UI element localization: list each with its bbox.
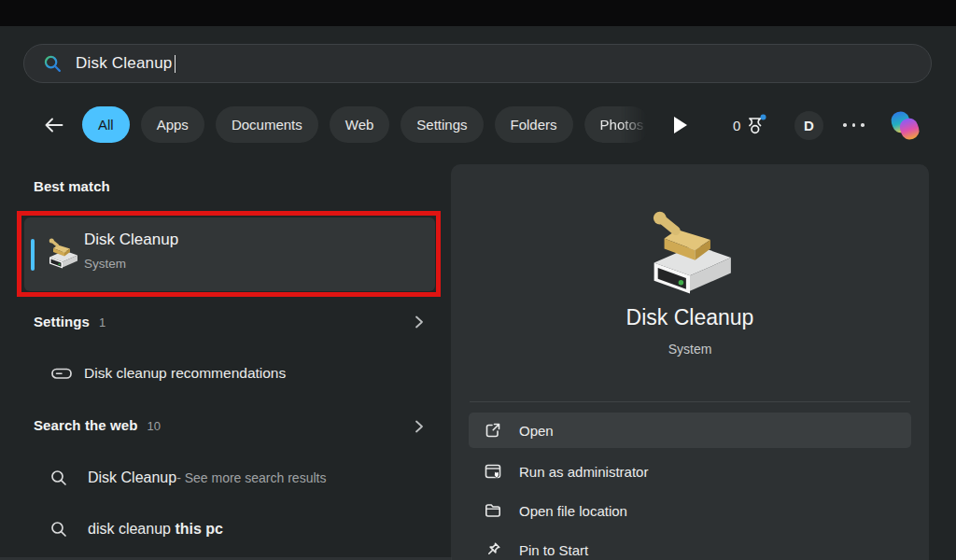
preview-subtitle: System (451, 342, 929, 357)
filter-pills: All Apps Documents Web Settings Folders … (82, 106, 650, 143)
storage-recommendations-icon (49, 361, 74, 385)
settings-result-recommendations[interactable]: Disk cleanup recommendations (49, 360, 286, 386)
filter-tab-folders[interactable]: Folders (495, 106, 573, 143)
pin-icon (484, 540, 502, 559)
divider (470, 401, 910, 402)
action-open[interactable]: Open (469, 413, 911, 448)
result-label: Disk cleanup recommendations (84, 365, 286, 382)
action-pin-to-start[interactable]: Pin to Start (469, 532, 911, 560)
admin-shield-icon (484, 462, 502, 481)
result-title: Disk Cleanup (84, 231, 178, 249)
web-section-header[interactable]: Search the web10 (34, 417, 161, 433)
best-match-header: Best match (34, 178, 110, 194)
open-external-icon (484, 421, 502, 440)
rewards-count: 0 (733, 118, 740, 133)
avatar-initial: D (804, 118, 814, 133)
action-label: Pin to Start (519, 542, 588, 558)
rewards-button[interactable]: 0 (733, 105, 767, 146)
play-icon (673, 116, 688, 134)
copilot-button[interactable] (888, 108, 922, 143)
web-result-see-more[interactable]: Disk Cleanup - See more search results (47, 465, 326, 491)
preview-title: Disk Cleanup (451, 305, 929, 330)
action-label: Run as administrator (519, 464, 648, 480)
filter-tab-photos[interactable]: Photos (584, 106, 650, 143)
filter-tab-settings[interactable]: Settings (401, 106, 483, 143)
filter-tab-all[interactable]: All (82, 106, 130, 143)
result-subtitle: System (84, 257, 126, 271)
web-query: disk cleanup (88, 521, 175, 538)
search-bar[interactable]: Disk Cleanup (23, 44, 932, 83)
action-open-file-location[interactable]: Open file location (469, 493, 911, 528)
disk-cleanup-icon (44, 236, 81, 272)
action-label: Open (519, 423, 554, 439)
folder-icon (484, 501, 502, 520)
filter-tab-web[interactable]: Web (330, 106, 390, 143)
web-query-bold: this pc (175, 521, 223, 538)
web-query: Disk Cleanup (88, 469, 176, 486)
text-cursor (175, 55, 176, 73)
web-query-suffix: - See more search results (176, 470, 326, 485)
back-arrow-icon (42, 116, 65, 134)
ellipsis-icon (843, 123, 847, 127)
filter-tab-documents[interactable]: Documents (216, 106, 318, 143)
settings-count: 1 (99, 315, 105, 329)
action-label: Open file location (519, 503, 627, 519)
chevron-right-icon[interactable] (414, 315, 425, 329)
selection-accent-bar (31, 239, 35, 271)
filter-toolbar: All Apps Documents Web Settings Folders … (0, 105, 956, 146)
search-input-text[interactable]: Disk Cleanup (76, 54, 173, 73)
filter-tab-apps[interactable]: Apps (141, 106, 204, 143)
copilot-icon (888, 108, 922, 143)
best-match-result[interactable]: Disk Cleanup System (24, 217, 435, 291)
rewards-trophy-icon (744, 113, 767, 137)
search-icon (43, 54, 63, 74)
account-avatar[interactable]: D (794, 111, 823, 140)
search-glyph-icon (47, 517, 71, 541)
search-glyph-icon (47, 466, 71, 490)
more-options-button[interactable] (843, 123, 865, 127)
settings-section-header[interactable]: Settings1 (34, 314, 105, 329)
web-result-this-pc[interactable]: disk cleanup this pc (47, 516, 223, 542)
more-filters-button[interactable] (673, 116, 690, 134)
desktop-background-strip (0, 0, 956, 26)
back-button[interactable] (39, 113, 67, 137)
action-run-as-administrator[interactable]: Run as administrator (469, 454, 911, 489)
chevron-right-icon[interactable] (414, 420, 425, 433)
web-count: 10 (147, 419, 161, 433)
disk-cleanup-large-icon (637, 209, 743, 299)
preview-panel: Disk Cleanup System Open Run as administ… (451, 164, 929, 560)
